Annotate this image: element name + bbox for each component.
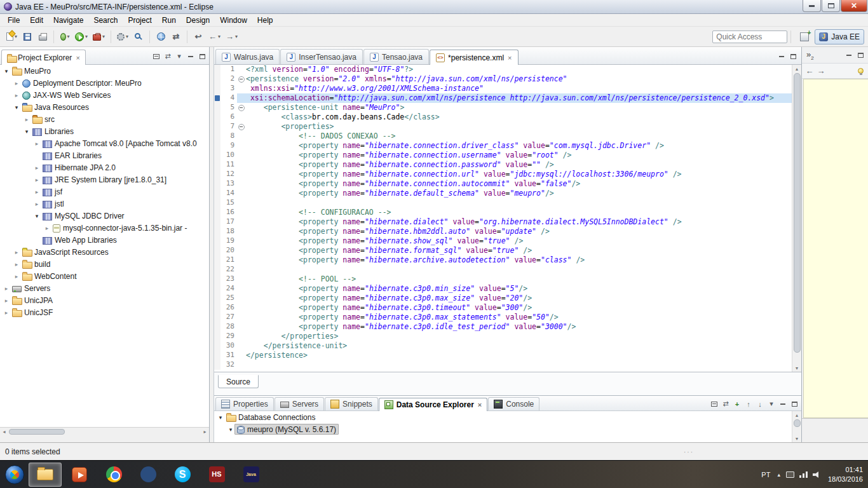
code-line[interactable]: 29 </properties> xyxy=(214,332,792,341)
tree-item-body[interactable]: MySQL JDBC Driver xyxy=(41,210,126,221)
maximize-panel-button[interactable] xyxy=(789,398,800,409)
restore-views-button[interactable]: »2 xyxy=(804,50,817,61)
tree-arrow-icon[interactable]: ▾ xyxy=(227,426,234,433)
taskbar-explorer-button[interactable] xyxy=(29,463,62,487)
fold-icon[interactable] xyxy=(237,122,246,132)
tree-item-database-connections[interactable]: ▾Database Connections xyxy=(214,411,792,423)
import-button[interactable]: ↓ xyxy=(754,398,766,409)
code-line[interactable]: 26 <property name="hibernate.c3p0.timeou… xyxy=(214,303,792,313)
tree-item-mysql-jdbc-driver[interactable]: ▾MySQL JDBC Driver xyxy=(0,210,209,222)
forward-button[interactable]: →▾ xyxy=(223,29,240,44)
tree-item-body[interactable]: JavaScript Resources xyxy=(20,247,111,257)
tree-item-jax-ws-web-services[interactable]: ▸JAX-WS Web Services xyxy=(0,89,209,101)
code-line[interactable]: 10 <property name="hibernate.connection.… xyxy=(214,151,792,160)
tree-arrow-icon[interactable]: ▸ xyxy=(13,273,20,280)
tree-item-javascript-resources[interactable]: ▸JavaScript Resources xyxy=(0,246,209,258)
monitor-icon[interactable] xyxy=(786,471,794,478)
tree-item-body[interactable]: Deployment Descriptor: MeuPro xyxy=(20,78,144,88)
minimize-panel-button[interactable] xyxy=(777,398,789,409)
code-line[interactable]: 28 <property name="hibernate.c3p0.idle_t… xyxy=(214,322,792,332)
maximize-window-button[interactable] xyxy=(822,0,840,12)
tree-arrow-icon[interactable]: ▾ xyxy=(3,68,10,74)
collapse-all-button[interactable] xyxy=(709,398,720,409)
project-explorer-tab[interactable]: Project Explorer × xyxy=(1,50,86,65)
code-line[interactable]: 23 <!-- POOL --> xyxy=(214,274,792,284)
tree-arrow-icon[interactable]: ▸ xyxy=(13,249,20,255)
print-button[interactable] xyxy=(35,29,50,44)
fold-icon[interactable] xyxy=(237,103,246,112)
code-line[interactable]: 24 <property name="hibernate.c3p0.min_si… xyxy=(214,284,792,294)
tab-data-source-explorer[interactable]: Data Source Explorer× xyxy=(379,398,487,411)
scroll-left-icon[interactable]: ◂ xyxy=(0,428,8,435)
code-line[interactable]: 25 <property name="hibernate.c3p0.max_si… xyxy=(214,294,792,303)
tab-servers[interactable]: Servers xyxy=(275,397,324,410)
external-tools-button[interactable]: ▾ xyxy=(90,29,107,44)
code-line[interactable]: 18 <property name="hibernate.hbm2ddl.aut… xyxy=(214,227,792,236)
scroll-down-icon[interactable]: ▾ xyxy=(793,364,801,372)
tree-item-mysql-connector-java-5-1-35-bin-jar[interactable]: ▸mysql-connector-java-5.1.35-bin.jar - xyxy=(0,222,209,234)
taskbar-firefox-button[interactable] xyxy=(132,463,165,487)
taskbar-skype-button[interactable]: S xyxy=(166,463,199,487)
explorer-hscrollbar[interactable]: ◂ ▸ xyxy=(0,427,209,435)
tree-item-unicjpa[interactable]: ▸UnicJPA xyxy=(0,294,209,306)
code-line[interactable]: 22 xyxy=(214,265,792,274)
code-line[interactable]: 12 <property name="hibernate.connection.… xyxy=(214,170,792,179)
tree-arrow-icon[interactable]: ▾ xyxy=(217,414,224,421)
tree-arrow-icon[interactable]: ▾ xyxy=(13,104,20,111)
lightbulb-button[interactable] xyxy=(855,65,866,76)
code-line[interactable]: 31</persistence> xyxy=(214,351,792,360)
java-ee-perspective-button[interactable]: Java EE xyxy=(815,29,864,44)
tree-item-body[interactable]: UnicJPA xyxy=(10,295,55,306)
code-line[interactable]: 4 xsi:schemaLocation="http://java.sun.co… xyxy=(214,93,792,103)
tree-item-body[interactable]: Hibernate JPA 2.0 xyxy=(41,162,118,173)
link-editor-button[interactable]: ⇄ xyxy=(162,51,173,62)
tab-walrus-java[interactable]: Walrus.java xyxy=(215,49,280,64)
convert-button[interactable]: ⇄ xyxy=(168,29,184,44)
minimize-view-button[interactable] xyxy=(185,51,196,62)
tab-persistence-xml[interactable]: *persistence.xml× xyxy=(430,50,518,65)
tree-item-body[interactable]: EAR Libraries xyxy=(41,150,104,161)
tree-item-src[interactable]: ▸src xyxy=(0,113,209,125)
tree-item-body[interactable]: build xyxy=(20,259,52,269)
code-line[interactable]: 27 <property name="hibernate.c3p0.max_st… xyxy=(214,313,792,322)
tree-arrow-icon[interactable]: ▾ xyxy=(23,128,31,135)
code-line[interactable]: 14 <property name="hibernate.default_sch… xyxy=(214,189,792,198)
sash-grip[interactable]: ··· xyxy=(684,449,694,456)
tree-item-meupro[interactable]: ▾MeuPro xyxy=(0,65,209,77)
tree-item-deployment-descriptor-meupro[interactable]: ▸Deployment Descriptor: MeuPro xyxy=(0,77,209,89)
back-button[interactable]: ← xyxy=(804,65,815,76)
view-menu-button[interactable]: ▾ xyxy=(766,398,777,409)
scrollbar-thumb[interactable] xyxy=(794,73,801,353)
tree-arrow-icon[interactable]: ▸ xyxy=(33,140,41,147)
code-line[interactable]: 6 <class>br.com.day.beans.Cade</class> xyxy=(214,112,792,122)
tree-arrow-icon[interactable]: ▸ xyxy=(13,261,20,268)
tab-console[interactable]: Console xyxy=(488,397,539,410)
tree-arrow-icon[interactable]: ▸ xyxy=(3,285,10,292)
tree-item-jstl[interactable]: ▸jstl xyxy=(0,198,209,210)
code-line[interactable]: 7 <properties> xyxy=(214,122,792,132)
menu-run[interactable]: Run xyxy=(157,15,181,26)
scrollbar-thumb[interactable] xyxy=(9,429,65,435)
new-wizard-button[interactable]: ▾ xyxy=(4,29,20,44)
run-button[interactable]: ▾ xyxy=(72,29,90,44)
open-browser-button[interactable] xyxy=(153,29,168,44)
tree-item-body[interactable]: jsf xyxy=(41,186,64,197)
close-window-button[interactable]: ✕ xyxy=(841,0,867,12)
tree-item-libraries[interactable]: ▾Libraries xyxy=(0,125,209,137)
save-button[interactable] xyxy=(20,29,35,44)
menu-window[interactable]: Window xyxy=(215,15,252,26)
tree-arrow-icon[interactable]: ▸ xyxy=(3,309,10,316)
maximize-panel-button[interactable] xyxy=(855,50,866,60)
tree-item-hibernate-jpa-2-0[interactable]: ▸Hibernate JPA 2.0 xyxy=(0,161,209,173)
menu-edit[interactable]: Edit xyxy=(25,15,48,26)
menu-search[interactable]: Search xyxy=(88,15,123,26)
collapse-all-button[interactable] xyxy=(151,51,162,62)
code-line[interactable]: 1<?xml version="1.0" encoding="UTF-8"?> xyxy=(214,65,792,74)
taskbar-eclipse-button[interactable]: Java EE xyxy=(234,463,268,487)
tree-arrow-icon[interactable]: ▸ xyxy=(33,165,41,171)
taskbar-heidisql-button[interactable]: HS xyxy=(200,463,233,487)
close-icon[interactable]: × xyxy=(508,54,512,62)
tree-item-apache-tomcat-v8-0-apache-tomcat-v8-0[interactable]: ▸Apache Tomcat v8.0 [Apache Tomcat v8.0 xyxy=(0,137,209,149)
maximize-view-button[interactable] xyxy=(196,51,208,62)
open-perspective-button[interactable] xyxy=(796,29,813,44)
